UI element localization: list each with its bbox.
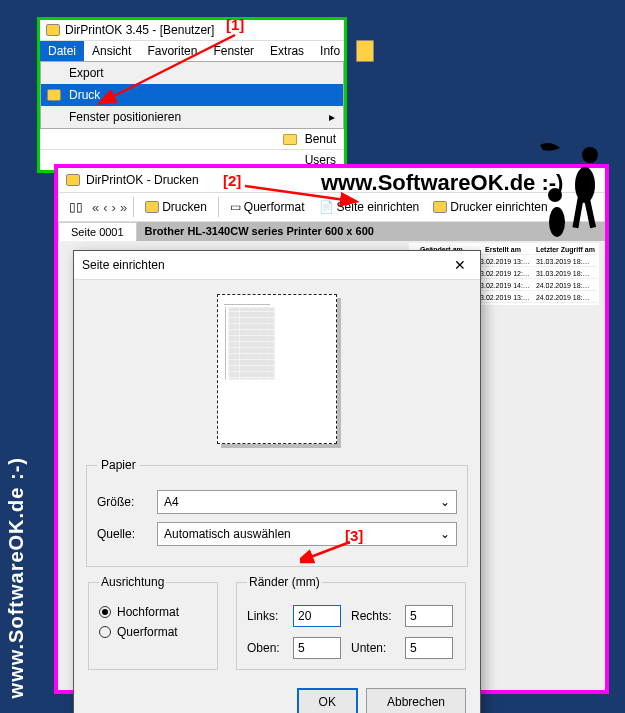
file-row: Benut bbox=[40, 129, 344, 149]
dialog-seite-einrichten: Seite einrichten ✕ ─────────────│ ░░░░░░… bbox=[73, 250, 481, 713]
nav-last-icon[interactable]: » bbox=[120, 200, 127, 215]
select-value: A4 bbox=[164, 495, 179, 509]
svg-line-0 bbox=[110, 35, 235, 98]
col-h: Erstellt am bbox=[474, 245, 532, 255]
nav-prev-icon[interactable]: ‹ bbox=[103, 200, 107, 215]
decorative-figure bbox=[535, 140, 615, 260]
marker-2: [2] bbox=[223, 172, 241, 189]
label: Drucken bbox=[162, 200, 207, 214]
input-unten[interactable] bbox=[405, 637, 453, 659]
svg-point-8 bbox=[549, 207, 565, 237]
menu-info[interactable]: Info bbox=[312, 41, 348, 61]
nav-pages-icon[interactable]: ▯▯ bbox=[64, 198, 88, 216]
printer-icon bbox=[145, 201, 159, 213]
dialog-titlebar: Seite einrichten ✕ bbox=[74, 251, 480, 280]
page-row: Seite 0001 Brother HL-3140CW series Prin… bbox=[58, 222, 605, 241]
label-rechts: Rechts: bbox=[351, 609, 397, 623]
select-value: Automatisch auswählen bbox=[164, 527, 291, 541]
radio-icon bbox=[99, 626, 111, 638]
svg-point-4 bbox=[575, 167, 595, 203]
printer-icon[interactable] bbox=[348, 41, 382, 61]
radio-icon bbox=[99, 606, 111, 618]
fieldset-ausrichtung: Ausrichtung Hochformat Querformat bbox=[88, 575, 218, 670]
menu-extras[interactable]: Extras bbox=[262, 41, 312, 61]
legend-raender: Ränder (mm) bbox=[247, 575, 322, 589]
label-groesse: Größe: bbox=[97, 495, 157, 509]
nav-first-icon[interactable]: « bbox=[92, 200, 99, 215]
marker-3: [3] bbox=[345, 527, 363, 544]
arrow-3 bbox=[300, 540, 360, 570]
page-preview: ─────────────│ ░░░░░░░░░░░░░│ ░░░░░░░░░░… bbox=[217, 294, 337, 444]
svg-point-3 bbox=[582, 147, 598, 163]
input-links[interactable] bbox=[293, 605, 341, 627]
watermark-left: www.SoftwareOK.de :-) bbox=[5, 457, 28, 698]
page-tab[interactable]: Seite 0001 bbox=[58, 222, 137, 241]
separator bbox=[218, 197, 219, 217]
radio-hochformat[interactable]: Hochformat bbox=[99, 605, 207, 619]
fieldset-raender: Ränder (mm) Links: Rechts: Oben: Unten: bbox=[236, 575, 466, 670]
label-links: Links: bbox=[247, 609, 285, 623]
label-quelle: Quelle: bbox=[97, 527, 157, 541]
close-button[interactable]: ✕ bbox=[448, 257, 472, 273]
radio-querformat[interactable]: Querformat bbox=[99, 625, 207, 639]
nav-next-icon[interactable]: › bbox=[112, 200, 116, 215]
svg-line-2 bbox=[308, 542, 350, 558]
legend-papier: Papier bbox=[97, 458, 140, 472]
menu-item-label: Fenster positionieren bbox=[69, 110, 181, 124]
marker-1: [1] bbox=[226, 16, 244, 33]
file-benutzer: Benut bbox=[305, 132, 336, 146]
separator bbox=[133, 197, 134, 217]
input-rechts[interactable] bbox=[405, 605, 453, 627]
ok-button[interactable]: OK bbox=[297, 688, 358, 713]
svg-line-1 bbox=[245, 186, 345, 200]
label-unten: Unten: bbox=[351, 641, 397, 655]
arrow-1 bbox=[90, 30, 250, 110]
chevron-down-icon: ⌄ bbox=[440, 495, 450, 509]
cancel-button[interactable]: Abbrechen bbox=[366, 688, 466, 713]
printer-icon bbox=[47, 89, 61, 101]
chevron-down-icon: ⌄ bbox=[440, 527, 450, 541]
svg-rect-5 bbox=[572, 198, 583, 229]
label-oben: Oben: bbox=[247, 641, 285, 655]
folder-icon bbox=[283, 134, 297, 145]
select-groesse[interactable]: A4⌄ bbox=[157, 490, 457, 514]
svg-rect-6 bbox=[584, 198, 596, 229]
legend-ausrichtung: Ausrichtung bbox=[99, 575, 166, 589]
radio-label: Querformat bbox=[117, 625, 178, 639]
printer-icon bbox=[433, 201, 447, 213]
radio-label: Hochformat bbox=[117, 605, 179, 619]
input-oben[interactable] bbox=[293, 637, 341, 659]
label: Drucker einrichten bbox=[450, 200, 547, 214]
menu-datei[interactable]: Datei bbox=[40, 41, 84, 61]
window-title: DirPrintOK - Drucken bbox=[86, 173, 199, 187]
fieldset-papier: Papier Größe: A4⌄ Quelle: Automatisch au… bbox=[86, 458, 468, 567]
drucker-einrichten-button[interactable]: Drucker einrichten bbox=[428, 198, 552, 216]
printer-icon bbox=[46, 24, 60, 36]
dialog-title: Seite einrichten bbox=[82, 258, 165, 272]
arrow-2 bbox=[240, 178, 360, 208]
printer-icon bbox=[66, 174, 80, 186]
chevron-right-icon: ▸ bbox=[329, 110, 335, 124]
button-row: OK Abbrechen bbox=[74, 678, 480, 713]
drucken-button[interactable]: Drucken bbox=[140, 198, 212, 216]
